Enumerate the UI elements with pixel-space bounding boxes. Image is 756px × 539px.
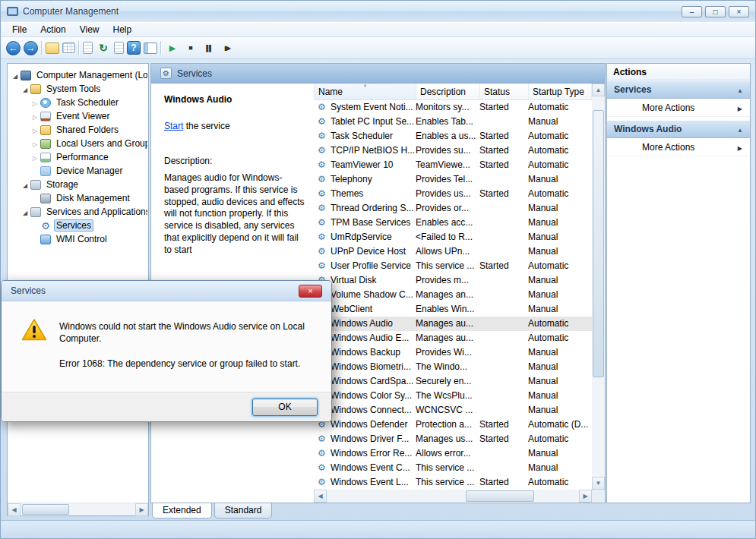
dialog-close-button[interactable]: × <box>299 285 322 298</box>
dialog-titlebar[interactable]: Services × <box>2 281 331 301</box>
service-row[interactable]: Tablet PC Input Se... Enables Tab... Man… <box>314 115 592 129</box>
service-row[interactable]: Windows Color Sy... The WcsPlu... Manual <box>314 389 592 403</box>
tree-item[interactable]: Shared Folders <box>8 123 147 137</box>
service-row[interactable]: UPnP Device Host Allows UPn... Manual <box>314 244 592 259</box>
chevron-up-icon[interactable] <box>737 124 743 134</box>
service-row[interactable]: Windows CardSpa... Securely en... Manual <box>314 374 592 389</box>
toolbar-separator[interactable] <box>41 41 43 55</box>
tree-item[interactable]: WMI Control <box>8 232 147 246</box>
tree-item[interactable]: System Tools <box>8 82 147 96</box>
menu-item[interactable]: View <box>73 23 106 36</box>
restart-service-icon[interactable]: ▮▶ <box>220 40 235 55</box>
minimize-button[interactable]: – <box>682 6 702 17</box>
tree-item[interactable]: Computer Management (Local) <box>8 68 147 82</box>
chevron-up-icon[interactable] <box>737 84 743 95</box>
tree-item[interactable]: Event Viewer <box>8 109 147 123</box>
help-icon[interactable]: ? <box>127 41 141 55</box>
tree-expander-icon[interactable] <box>30 97 40 108</box>
list-scroll-right-button[interactable]: ▶ <box>579 490 592 503</box>
vertical-scroll-track[interactable] <box>592 96 605 477</box>
service-row[interactable]: Volume Shadow C... Manages an... Manual <box>314 288 592 302</box>
column-header-startup-type[interactable]: Startup Type <box>529 84 592 99</box>
service-row[interactable]: Windows Audio Manages au... Automatic <box>314 317 592 331</box>
stop-service-icon[interactable]: ■ <box>183 40 198 55</box>
start-service-icon[interactable]: ▶ <box>165 40 180 55</box>
service-row[interactable]: Windows Connect... WCNCSVC ... Manual <box>314 403 592 418</box>
tree-expander-icon[interactable] <box>30 125 40 135</box>
scroll-up-button[interactable]: ▲ <box>592 84 605 96</box>
service-row[interactable]: Thread Ordering S... Provides or... Manu… <box>314 201 592 216</box>
service-row[interactable]: Windows Defender Protection a... Started… <box>314 418 592 432</box>
tree-scroll-thumb[interactable] <box>22 504 69 515</box>
ok-button[interactable]: OK <box>252 399 318 416</box>
service-row[interactable]: TeamViewer 10 TeamViewe... Started Autom… <box>314 158 592 172</box>
tree-item[interactable]: Task Scheduler <box>8 96 147 109</box>
service-row[interactable]: TCP/IP NetBIOS H... Provides su... Start… <box>314 143 592 158</box>
more-actions-item[interactable]: More Actions <box>607 138 750 156</box>
service-row[interactable]: Windows Biometri... The Windo... Manual <box>314 360 592 374</box>
menu-item[interactable]: Action <box>33 23 72 36</box>
tree-expander-icon[interactable] <box>30 138 40 149</box>
service-row[interactable]: Virtual Disk Provides m... Manual <box>314 273 592 288</box>
doc-properties-icon[interactable] <box>83 42 93 54</box>
tree-scroll-track[interactable] <box>21 503 135 515</box>
tree-item[interactable]: Storage <box>8 178 147 191</box>
tree-scroll-left-button[interactable]: ◀ <box>8 503 21 516</box>
tree-item[interactable]: Performance <box>8 150 147 164</box>
service-row[interactable]: UmRdpService <Failed to R... Manual <box>314 230 592 244</box>
titlebar[interactable]: Computer Management – □ × <box>1 1 755 22</box>
export-list-icon[interactable] <box>62 43 75 53</box>
service-row[interactable]: User Profile Service This service ... St… <box>314 259 592 273</box>
list-scroll-left-button[interactable]: ◀ <box>314 490 327 503</box>
back-icon[interactable]: ← <box>6 41 21 55</box>
view-tab[interactable]: Extended <box>152 503 212 519</box>
scroll-down-button[interactable]: ▼ <box>592 477 605 490</box>
tree-expander-icon[interactable] <box>21 179 30 190</box>
column-header-description[interactable]: Description <box>416 84 480 99</box>
horizontal-scroll-thumb[interactable] <box>466 490 534 502</box>
tree-item[interactable]: Services and Applications <box>8 205 147 219</box>
service-row[interactable]: WebClient Enables Win... Manual <box>314 302 592 317</box>
more-actions-item[interactable]: More Actions <box>607 99 750 117</box>
tree-horizontal-scrollbar[interactable]: ◀ ▶ <box>8 503 148 515</box>
tree-expander-icon[interactable] <box>30 152 40 162</box>
service-row[interactable]: Task Scheduler Enables a us... Started A… <box>314 129 592 143</box>
service-row[interactable]: Themes Provides us... Started Automatic <box>314 187 592 201</box>
service-row[interactable]: Windows Event L... This service ... Star… <box>314 475 592 490</box>
start-service-link[interactable]: Start <box>164 121 183 131</box>
tree-expander-icon[interactable] <box>30 111 40 121</box>
toolbar-separator[interactable] <box>78 41 80 55</box>
view-tab[interactable]: Standard <box>214 503 273 519</box>
service-row[interactable]: Windows Error Re... Allows error... Manu… <box>314 446 592 461</box>
forward-icon[interactable]: → <box>24 41 38 55</box>
service-row[interactable]: System Event Noti... Monitors sy... Star… <box>314 100 592 115</box>
service-row[interactable]: Windows Audio E... Manages au... Automat… <box>314 331 592 345</box>
show-console-tree-icon[interactable] <box>46 43 59 54</box>
service-row[interactable]: Windows Event C... This service ... Manu… <box>314 461 592 475</box>
tree-expander-icon[interactable] <box>11 70 20 80</box>
export-doc-icon[interactable] <box>114 42 124 54</box>
tree-item[interactable]: Device Manager <box>8 164 147 178</box>
horizontal-scroll-track[interactable] <box>327 490 579 503</box>
action-section-header[interactable]: Services <box>607 80 750 99</box>
maximize-button[interactable]: □ <box>705 6 726 17</box>
refresh-icon[interactable]: ↻ <box>96 40 111 55</box>
toolbar-separator[interactable] <box>160 41 162 55</box>
column-header-name[interactable]: Name <box>315 84 416 99</box>
service-row[interactable]: Windows Backup Provides Wi... Manual <box>314 345 592 360</box>
menu-item[interactable]: Help <box>106 23 139 36</box>
tree-scroll-right-button[interactable]: ▶ <box>135 503 148 516</box>
vertical-scroll-thumb[interactable] <box>593 110 604 377</box>
toggle-pane-icon[interactable] <box>144 43 157 54</box>
tree-expander-icon[interactable] <box>21 84 30 94</box>
service-row[interactable]: Windows Driver F... Manages us... Starte… <box>314 432 592 446</box>
tree-item[interactable]: Local Users and Groups <box>8 137 147 150</box>
services-vertical-scrollbar[interactable]: ▲ ▼ <box>592 84 605 490</box>
tree-item[interactable]: Services <box>8 219 147 232</box>
menu-item[interactable]: File <box>5 23 33 36</box>
action-section-header[interactable]: Windows Audio <box>607 120 750 138</box>
tree-expander-icon[interactable] <box>21 206 30 217</box>
service-row[interactable]: TPM Base Services Enables acc... Manual <box>314 216 592 230</box>
service-row[interactable]: Telephony Provides Tel... Manual <box>314 172 592 187</box>
pause-service-icon[interactable]: ▌▌ <box>201 40 217 55</box>
